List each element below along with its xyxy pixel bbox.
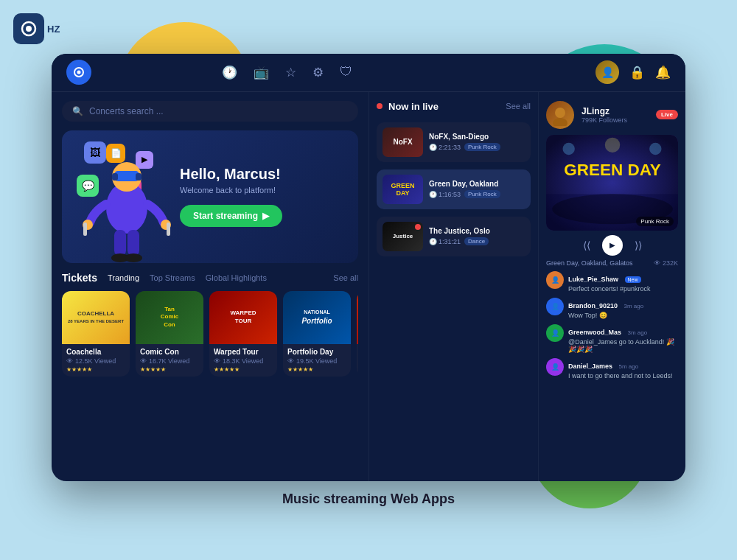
tab-trending[interactable]: Tranding [108, 273, 139, 282]
streamer-followers: 799K Followers [581, 116, 627, 124]
chat-content-0: Luke_Pie_Shaw New Perfect concerts! #pun… [568, 271, 651, 293]
left-panel: 🔍 Concerts search ... 🖼 📄 💬 🎨 ▶ [52, 92, 368, 481]
chat-message-2: 👤 Greenwood_Mas 3m ago @Daniel_James go … [546, 324, 678, 353]
svg-rect-14 [128, 230, 139, 256]
chat-time-2: 3m ago [627, 329, 647, 336]
play-icon: ▶ [262, 211, 269, 221]
svg-point-1 [26, 26, 32, 32]
streamer-live-badge: Live [656, 110, 678, 119]
search-bar[interactable]: 🔍 Concerts search ... [62, 101, 358, 122]
app-window: 🕐 📺 ☆ ⚙ 🛡 👤 🔒 🔔 🔍 Concerts search ... 🖼 [52, 54, 685, 481]
live-see-all[interactable]: See all [506, 102, 531, 111]
bell-icon[interactable]: 🔔 [655, 65, 671, 80]
tab-global-highlights[interactable]: Global Highlights [206, 273, 267, 282]
logo: HZ [13, 13, 60, 44]
user-avatar[interactable]: 👤 [595, 60, 619, 84]
settings-icon[interactable]: ⚙ [312, 65, 324, 80]
page-title: Music streaming Web Apps [282, 491, 455, 507]
tickets-title: Tickets [62, 272, 97, 284]
svg-point-16 [125, 253, 142, 262]
live-artist-justice: The Justice, Oslo [429, 227, 490, 235]
chat-avatar-0: 👤 [546, 271, 564, 289]
live-meta-justice: 🕐 1:31:21 Dance [429, 237, 490, 245]
svg-text:GREEN DAY: GREEN DAY [564, 160, 661, 178]
ticket-name-coachella: Coachella [66, 348, 125, 356]
chat-content-1: Brandon_90210 3m ago Wow Top! 😊 [568, 298, 643, 319]
hero-text: Hello, Marcus! Welcome back to platform!… [180, 166, 282, 227]
streamer-info: JLingz 799K Followers [581, 106, 627, 124]
ticket-card-portfolio[interactable]: NATIONALPortfolio Portfolio Day 👁19.5K V… [283, 291, 351, 377]
tickets-see-all[interactable]: See all [333, 273, 358, 282]
chat-message-1: 👤 Brandon_90210 3m ago Wow Top! 😊 [546, 298, 678, 319]
nav-logo-icon[interactable] [66, 60, 91, 85]
genre-badge-nofx: Punk Rock [464, 143, 500, 151]
search-icon: 🔍 [72, 106, 83, 116]
live-dot [377, 103, 383, 109]
chat-message-0: 👤 Luke_Pie_Shaw New Perfect concerts! #p… [546, 271, 678, 293]
nav-icons: 🕐 📺 ☆ ⚙ 🛡 [222, 65, 352, 80]
svg-rect-12 [167, 223, 170, 236]
right-panel: JLingz 799K Followers Live [538, 92, 685, 481]
ticket-info-warped: Warped Tour 👁18.3K Viewed ★★★★★ [209, 344, 277, 377]
chat-content-3: Daniel_James 5m ago I want to go there a… [568, 358, 673, 379]
ticket-stars-coachella: ★★★★★ [66, 366, 125, 373]
svg-point-17 [555, 108, 565, 118]
ticket-poster-comiccon: TanComicCon [136, 291, 203, 344]
ticket-name-comiccon: Comic Con [140, 348, 199, 356]
chat-new-badge: New [625, 276, 641, 283]
ticket-poster-coachella: COACHELLA28 YEARS IN THE DESERT [62, 291, 130, 344]
live-card-nofx[interactable]: NoFX NoFX, San-Diego 🕐 2:21:33 Punk Rock [377, 122, 531, 162]
chat-avatar-3: 👤 [546, 358, 564, 376]
live-card-greenday[interactable]: GREENDAY Green Day, Oakland 🕐 1:16:53 Pu… [377, 169, 531, 209]
chat-user-0: Luke_Pie_Shaw [568, 276, 618, 283]
play-button[interactable]: ▶ [602, 235, 623, 256]
logo-icon [13, 13, 44, 44]
ticket-stars-comiccon: ★★★★★ [140, 366, 199, 373]
rewind-button[interactable]: ⟨⟨ [583, 239, 590, 251]
chat-time-1: 3m ago [624, 303, 643, 309]
ticket-info-coachella: Coachella 👁12.5K Viewed ★★★★★ [62, 344, 130, 377]
ticket-stars-warped: ★★★★★ [214, 366, 273, 373]
ticket-views-warped: 👁18.3K Viewed [214, 357, 273, 365]
star-icon[interactable]: ☆ [285, 65, 296, 80]
hero-subtitle: Welcome back to platform! [180, 186, 282, 195]
ticket-card-simpleplan[interactable]: SIMPLEPLAN Simple Plan 👁17.8K Viewed ★★★… [357, 291, 358, 377]
ticket-card-comiccon[interactable]: TanComicCon Comic Con 👁16.7K Viewed ★★★★… [136, 291, 203, 377]
ticket-name-portfolio: Portfolio Day [287, 348, 346, 356]
clock-icon[interactable]: 🕐 [222, 65, 237, 80]
chat-text-2: @Daniel_James go to Auckland! 🎉🎉🎉🎉 [568, 338, 678, 353]
chat-time-3: 5m ago [619, 363, 639, 370]
lock-icon[interactable]: 🔒 [629, 65, 645, 80]
svg-point-18 [553, 118, 567, 126]
now-playing-views: 👁 232K [654, 259, 678, 267]
live-meta-nofx: 🕐 2:21:33 Punk Rock [429, 143, 500, 151]
live-time-justice: 🕐 1:31:21 [429, 238, 461, 245]
tickets-grid: COACHELLA28 YEARS IN THE DESERT Coachell… [62, 291, 358, 377]
chat-text-1: Wow Top! 😊 [568, 312, 643, 319]
chat-text-0: Perfect concerts! #punkrock [568, 285, 651, 293]
forward-button[interactable]: ⟩⟩ [635, 239, 642, 251]
chat-user-2: Greenwood_Mas [568, 329, 621, 336]
tv-icon[interactable]: 📺 [254, 65, 269, 80]
ticket-card-coachella[interactable]: COACHELLA28 YEARS IN THE DESERT Coachell… [62, 291, 130, 377]
live-card-justice[interactable]: Justice The Justice, Oslo 🕐 1:31:21 Danc… [377, 217, 531, 256]
ticket-card-warped[interactable]: WARPEDTOUR Warped Tour 👁18.3K Viewed ★★★… [209, 291, 277, 377]
start-streaming-button[interactable]: Start streaming ▶ [180, 205, 282, 227]
streamer-name: JLingz [581, 106, 627, 116]
ticket-info-simpleplan: Simple Plan 👁17.8K Viewed ★★★★★ [357, 344, 358, 377]
svg-point-23 [563, 142, 575, 154]
chat-user-1: Brandon_90210 [568, 302, 618, 309]
live-thumb-nofx: NoFX [383, 127, 423, 157]
live-info-justice: The Justice, Oslo 🕐 1:31:21 Dance [429, 227, 490, 245]
hero-greeting: Hello, Marcus! [180, 166, 282, 183]
tab-top-streams[interactable]: Top Streams [150, 273, 195, 282]
ticket-views-coachella: 👁12.5K Viewed [66, 357, 125, 365]
shield-icon[interactable]: 🛡 [340, 65, 352, 80]
eye-icon: 👁 [654, 259, 660, 267]
streamer-avatar [546, 101, 574, 129]
live-info-greenday: Green Day, Oakland 🕐 1:16:53 Punk Rock [429, 180, 500, 198]
svg-point-3 [77, 71, 81, 74]
video-genre-label: Punk Rock [636, 217, 674, 226]
chat-text-3: I want to go there and not to Leeds! [568, 372, 673, 379]
main-content: 🔍 Concerts search ... 🖼 📄 💬 🎨 ▶ [52, 92, 685, 481]
